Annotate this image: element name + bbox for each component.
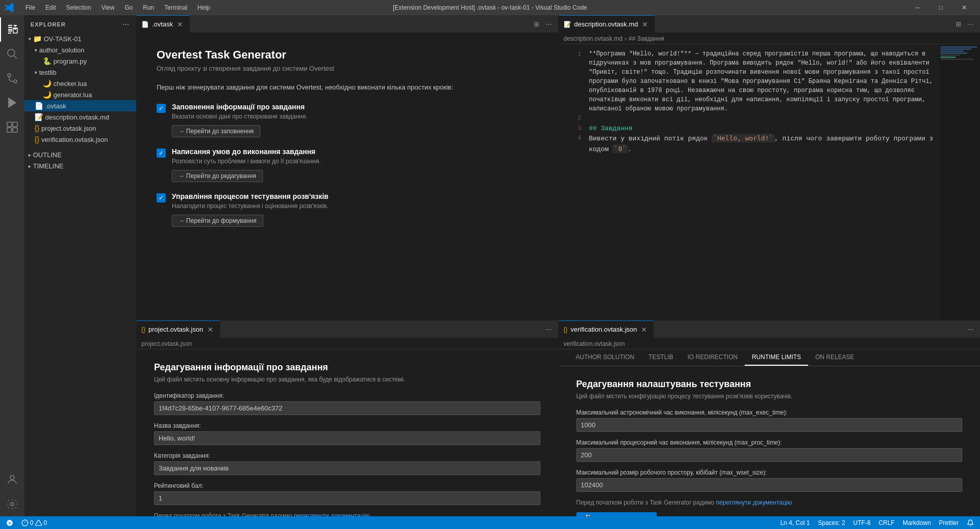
svg-point-3	[8, 74, 11, 77]
verif-tab-author[interactable]: AUTHOR SOLUTION	[569, 349, 641, 366]
step-1-content: Заповнення інформації про завдання Вказа…	[172, 103, 538, 137]
tree-project-json[interactable]: {} project.ovtask.json	[24, 123, 136, 134]
status-errors[interactable]: 0 0	[19, 519, 49, 526]
verif-sub-tabs: AUTHOR SOLUTION TESTLIB IO REDIRECTION R…	[559, 349, 981, 366]
input-task-name[interactable]	[154, 431, 540, 445]
tab-actions-bottom-left: ⋯	[539, 325, 558, 334]
tab-ovtask-label: .ovtask	[152, 20, 173, 28]
menu-go[interactable]: Go	[119, 2, 138, 13]
python-file-icon: 🐍	[43, 57, 51, 65]
more-actions-icon4[interactable]: ⋯	[965, 325, 976, 334]
line-num-2: 2	[564, 113, 581, 124]
input-max-wset[interactable]	[576, 478, 963, 492]
activity-run-icon[interactable]	[0, 91, 24, 115]
tree-generator-lua[interactable]: 🌙 generator.lua	[24, 89, 136, 100]
input-max-exec[interactable]	[576, 418, 963, 432]
verif-tab-runtime[interactable]: RUNTIME LIMITS	[745, 349, 808, 366]
step-2-content: Написання умов до виконання завдання Роз…	[172, 148, 538, 182]
note-link-verif[interactable]: переглянути документацію	[716, 499, 792, 506]
split-editor-icon2[interactable]: ⊞	[954, 19, 963, 29]
apply-verif-button[interactable]: 💾 Застосувати зміни	[576, 512, 657, 516]
field-max-exec: Максимальний астрономічний час виконання…	[576, 409, 963, 432]
svg-rect-9	[13, 128, 17, 132]
activity-source-control-icon[interactable]	[0, 66, 24, 91]
status-notifications[interactable]	[965, 519, 976, 526]
menu-edit[interactable]: Edit	[40, 2, 61, 13]
chevron-down-icon: ▾	[35, 70, 37, 75]
tree-description-md[interactable]: 📝 description.ovtask.md	[24, 111, 136, 123]
verif-tab-release[interactable]: ON RELEASE	[808, 349, 862, 366]
status-eol[interactable]: CRLF	[877, 519, 897, 526]
verif-tab-testlib[interactable]: TESTLIB	[641, 349, 681, 366]
minimap	[939, 44, 980, 320]
label-max-proc: Максимальний процесорний час виконання, …	[576, 439, 963, 446]
tree-author-solution[interactable]: ▾ author_solution	[24, 44, 136, 55]
tree-timeline[interactable]: ▸ TIMELINE	[24, 160, 136, 171]
new-file-icon[interactable]: ⋯	[121, 19, 130, 29]
menu-run[interactable]: Run	[138, 2, 159, 13]
step-2-checkbox: ✓	[157, 149, 166, 158]
status-remote[interactable]	[4, 519, 15, 526]
split-editor-icon[interactable]: ⊞	[532, 19, 541, 29]
minimize-button[interactable]: ─	[906, 0, 929, 15]
activity-settings-icon[interactable]	[0, 492, 24, 516]
more-actions-icon3[interactable]: ⋯	[543, 325, 554, 334]
tab-ovtask[interactable]: 📄 .ovtask ✕	[136, 15, 190, 33]
activity-extensions-icon[interactable]	[0, 115, 24, 139]
step-3-desc: Налагодити процес тестування і оцінюванн…	[172, 202, 538, 210]
tree-program-py[interactable]: 🐍 program.py	[24, 55, 136, 67]
tab-project-json[interactable]: {} project.ovtask.json ✕	[136, 320, 220, 338]
close-tab-ovtask[interactable]: ✕	[176, 20, 184, 28]
verif-form-note: Перед початком роботи з Task Generator р…	[576, 499, 963, 506]
note-link-project[interactable]: переглянути документацію	[294, 512, 370, 516]
tree-outline[interactable]: ▸ OUTLINE	[24, 149, 136, 160]
title-bar-left: File Edit Selection View Go Run Terminal…	[4, 2, 215, 13]
verification-json-label: verification.ovtask.json	[41, 136, 108, 143]
task-gen-title: Overtest Task Generator	[157, 48, 538, 62]
language-label: Markdown	[903, 519, 931, 526]
tree-verification-json[interactable]: {} verification.ovtask.json	[24, 134, 136, 145]
input-task-id[interactable]	[154, 401, 540, 415]
activity-explorer-icon[interactable]	[0, 17, 24, 42]
more-actions-icon[interactable]: ⋯	[543, 19, 554, 29]
input-task-rating[interactable]	[154, 491, 540, 505]
input-task-category[interactable]	[154, 461, 540, 475]
step-3-content: Управління процесом тестування розв'язкі…	[172, 192, 538, 227]
menu-file[interactable]: File	[20, 2, 40, 13]
close-button[interactable]: ✕	[953, 0, 976, 15]
close-tab-verif[interactable]: ✕	[640, 326, 648, 334]
step-3-button[interactable]: → Перейти до формування	[172, 215, 263, 227]
status-spaces[interactable]: Spaces: 2	[816, 519, 847, 526]
tree-checker-lua[interactable]: 🌙 checker.lua	[24, 78, 136, 89]
tree-root-folder[interactable]: ▾ 📁 OV-TASK-01	[24, 33, 136, 44]
bottom-right-pane: {} verification.ovtask.json ✕ ⋯ verifica…	[559, 320, 981, 516]
tab-verification-json[interactable]: {} verification.ovtask.json ✕	[559, 320, 654, 338]
tree-ovtask[interactable]: 📄 .ovtask	[24, 100, 136, 111]
menu-selection[interactable]: Selection	[61, 2, 96, 13]
menu-terminal[interactable]: Terminal	[159, 2, 192, 13]
eol-label: CRLF	[879, 519, 895, 526]
maximize-button[interactable]: □	[929, 0, 953, 15]
step-3-checkbox: ✓	[157, 193, 166, 202]
tab-verif-label: verification.ovtask.json	[571, 326, 637, 333]
status-encoding[interactable]: UTF-8	[851, 519, 873, 526]
activity-search-icon[interactable]	[0, 42, 24, 66]
close-tab-project[interactable]: ✕	[206, 326, 215, 334]
menu-help[interactable]: Help	[193, 2, 216, 13]
status-formatter[interactable]: Prettier	[937, 519, 961, 526]
more-actions-icon2[interactable]: ⋯	[965, 19, 976, 29]
breadcrumb-sep: ›	[625, 35, 627, 42]
breadcrumb-file: description.ovtask.md	[564, 35, 623, 42]
status-cursor[interactable]: Ln 4, Col 1	[778, 519, 812, 526]
step-1-button[interactable]: → Перейти до заповнення	[172, 125, 260, 137]
tree-testlib[interactable]: ▾ testlib	[24, 67, 136, 78]
status-language[interactable]: Markdown	[901, 519, 933, 526]
close-tab-desc[interactable]: ✕	[641, 20, 649, 28]
step-2-button[interactable]: → Перейти до редагування	[172, 170, 263, 182]
menu-view[interactable]: View	[96, 2, 119, 13]
activity-accounts-icon[interactable]	[0, 467, 24, 492]
root-folder-label: OV-TASK-01	[44, 35, 81, 43]
verif-tab-io[interactable]: IO REDIRECTION	[681, 349, 745, 366]
tab-description-md[interactable]: 📝 description.ovtask.md ✕	[559, 15, 655, 33]
input-max-proc[interactable]	[576, 448, 963, 462]
